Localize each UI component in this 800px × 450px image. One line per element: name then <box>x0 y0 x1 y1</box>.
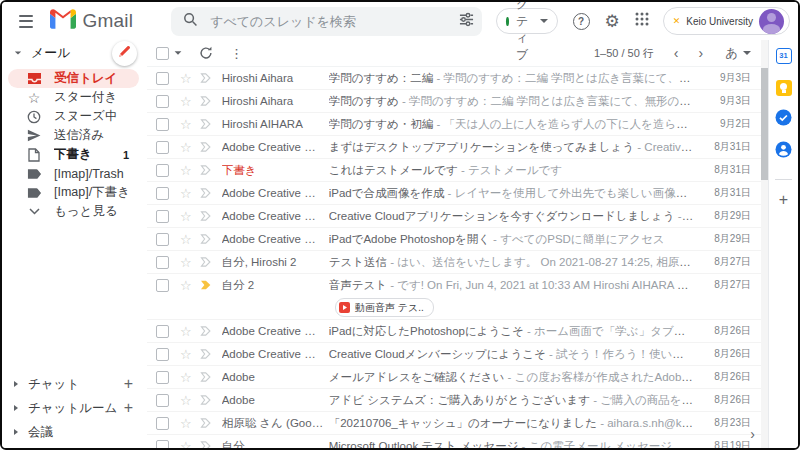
row-checkbox[interactable] <box>156 371 169 384</box>
add-button[interactable]: + <box>124 376 133 392</box>
email-row[interactable]: ☆下書きこれはテストメールです - テストメールです8月31日 <box>147 159 761 182</box>
email-row[interactable]: ☆自分Microsoft Outlook テスト メッセージ - この電子メール… <box>147 435 761 448</box>
older-page-button[interactable]: › <box>699 46 704 60</box>
side-panel-toggle[interactable]: › <box>750 427 755 441</box>
sidebar-item[interactable]: もっと見る <box>8 202 139 221</box>
calendar-button[interactable]: 31 <box>775 47 792 64</box>
importance-marker-icon[interactable] <box>200 188 212 198</box>
sidebar-item[interactable]: ☆スター付き <box>8 88 139 107</box>
email-row[interactable]: ☆Hiroshi Aihara学問のすすめ - 学問のすすめ：二編 学問とは広き… <box>147 90 761 113</box>
sidebar-item[interactable]: 受信トレイ <box>8 69 139 88</box>
star-icon[interactable]: ☆ <box>180 164 192 177</box>
sidebar-item[interactable]: 送信済み <box>8 126 139 145</box>
email-row[interactable]: ☆相原聡 さん (Google チ...「20210706_キャッシュ」のオーナ… <box>147 412 761 435</box>
email-row[interactable]: ☆Adobeメールアドレスをご確認ください - この度お客様が作成されたAdob… <box>147 366 761 389</box>
importance-marker-icon[interactable] <box>200 418 212 428</box>
main-menu-icon[interactable] <box>16 11 36 32</box>
star-icon[interactable]: ☆ <box>180 118 192 131</box>
help-button[interactable]: ? <box>573 13 590 30</box>
scrollbar-thumb[interactable] <box>761 68 768 180</box>
sidebar-item[interactable]: [Imap]/下書き <box>8 183 139 202</box>
importance-marker-icon[interactable] <box>200 211 212 221</box>
email-row[interactable]: ☆Hiroshi Aihara学問のすすめ：二編 - 学問のすすめ：二編 学問と… <box>147 67 761 90</box>
row-checkbox[interactable] <box>156 210 169 223</box>
mail-section-header[interactable]: メール <box>2 42 147 64</box>
importance-marker-icon[interactable] <box>200 73 212 83</box>
importance-marker-icon[interactable] <box>200 395 212 405</box>
row-checkbox[interactable] <box>156 164 169 177</box>
sidebar-item[interactable]: 下書き1 <box>8 145 139 164</box>
importance-marker-icon[interactable] <box>200 372 212 382</box>
sidebar-item[interactable]: スヌーズ中 <box>8 107 139 126</box>
email-row[interactable]: ☆Adobe Creative CloudiPadでAdobe Photosho… <box>147 228 761 251</box>
email-row[interactable]: ☆Hiroshi AIHARA学問のすすめ・初編 - 「天は人の上に人を造らず人… <box>147 113 761 136</box>
importance-marker-icon[interactable] <box>200 234 212 244</box>
email-row[interactable]: ☆Adobe Creative CloudiPadに対応したPhotoshopに… <box>147 320 761 343</box>
row-checkbox[interactable] <box>156 325 169 338</box>
row-checkbox[interactable] <box>156 417 169 430</box>
settings-button[interactable]: ⚙ <box>605 13 620 30</box>
star-icon[interactable]: ☆ <box>180 233 192 246</box>
select-dropdown-icon[interactable] <box>175 51 182 54</box>
status-selector[interactable]: アクティブ <box>496 8 557 34</box>
input-tools-selector[interactable]: あ <box>725 45 751 62</box>
star-icon[interactable]: ☆ <box>180 325 192 338</box>
star-icon[interactable]: ☆ <box>180 210 192 223</box>
sidebar-footer-item[interactable]: チャット+ <box>2 372 147 396</box>
email-row[interactable]: ☆Adobe Creative CloudiPadで合成画像を作成 - レイヤー… <box>147 182 761 205</box>
star-icon[interactable]: ☆ <box>180 417 192 430</box>
star-icon[interactable]: ☆ <box>180 187 192 200</box>
row-checkbox[interactable] <box>156 348 169 361</box>
importance-marker-icon[interactable] <box>200 165 212 175</box>
select-all-checkbox[interactable] <box>156 47 169 60</box>
search-bar[interactable] <box>171 7 482 36</box>
sidebar-footer-item[interactable]: 会議 <box>2 420 147 444</box>
get-addons-button[interactable]: + <box>779 192 788 208</box>
importance-marker-icon[interactable] <box>200 441 212 448</box>
sidebar-item[interactable]: [Imap]/Trash <box>8 164 139 183</box>
search-icon[interactable] <box>183 12 198 31</box>
email-row[interactable]: ☆Adobe Creative CloudCreative Cloudアプリケー… <box>147 205 761 228</box>
star-icon[interactable]: ☆ <box>180 371 192 384</box>
more-options-button[interactable]: ⋮ <box>230 47 243 60</box>
star-icon[interactable]: ☆ <box>180 95 192 108</box>
attachment-chip[interactable]: 動画音声 テス.. <box>335 298 434 317</box>
star-icon[interactable]: ☆ <box>180 440 192 449</box>
row-checkbox[interactable] <box>156 394 169 407</box>
row-checkbox[interactable] <box>156 95 169 108</box>
account-avatar[interactable] <box>759 9 784 34</box>
importance-marker-icon[interactable] <box>200 257 212 267</box>
importance-marker-icon[interactable] <box>200 349 212 359</box>
email-row[interactable]: ☆Adobe Creative CloudCreative Cloudメンバーシ… <box>147 343 761 366</box>
google-apps-button[interactable] <box>635 12 649 30</box>
star-icon[interactable]: ☆ <box>180 141 192 154</box>
importance-marker-icon[interactable] <box>200 142 212 152</box>
importance-marker-icon[interactable] <box>200 96 212 106</box>
star-icon[interactable]: ☆ <box>180 394 192 407</box>
refresh-button[interactable] <box>199 46 213 60</box>
star-icon[interactable]: ☆ <box>180 72 192 85</box>
importance-marker-icon[interactable] <box>200 326 212 336</box>
row-checkbox[interactable] <box>156 233 169 246</box>
email-row[interactable]: ☆Adobe Creative Cloudまずはデスクトップアプリケーションを使… <box>147 136 761 159</box>
sidebar-footer-item[interactable]: チャットルーム+ <box>2 396 147 420</box>
star-icon[interactable]: ☆ <box>180 279 192 292</box>
row-checkbox[interactable] <box>156 279 169 292</box>
search-input[interactable] <box>208 13 459 30</box>
search-options-icon[interactable] <box>459 12 474 31</box>
email-row[interactable]: ☆自分, Hiroshi 2テスト送信 - はい、送信をいたします。 On 20… <box>147 251 761 274</box>
importance-marker-icon[interactable] <box>200 119 212 129</box>
star-icon[interactable]: ☆ <box>180 348 192 361</box>
row-checkbox[interactable] <box>156 256 169 269</box>
email-row[interactable]: ☆Adobeアドビ システムズ：ご購入ありがとうございます - ご購入の商品をす… <box>147 389 761 412</box>
email-row[interactable]: ☆自分 2音声テスト - です! On Fri, Jun 4, 2021 at … <box>147 274 761 320</box>
importance-marker-important-icon[interactable] <box>200 280 212 290</box>
row-checkbox[interactable] <box>156 72 169 85</box>
newer-page-button[interactable]: ‹ <box>674 46 679 60</box>
add-button[interactable]: + <box>124 400 133 416</box>
row-checkbox[interactable] <box>156 118 169 131</box>
star-icon[interactable]: ☆ <box>180 256 192 269</box>
row-checkbox[interactable] <box>156 141 169 154</box>
compose-button[interactable] <box>112 41 137 66</box>
row-checkbox[interactable] <box>156 187 169 200</box>
